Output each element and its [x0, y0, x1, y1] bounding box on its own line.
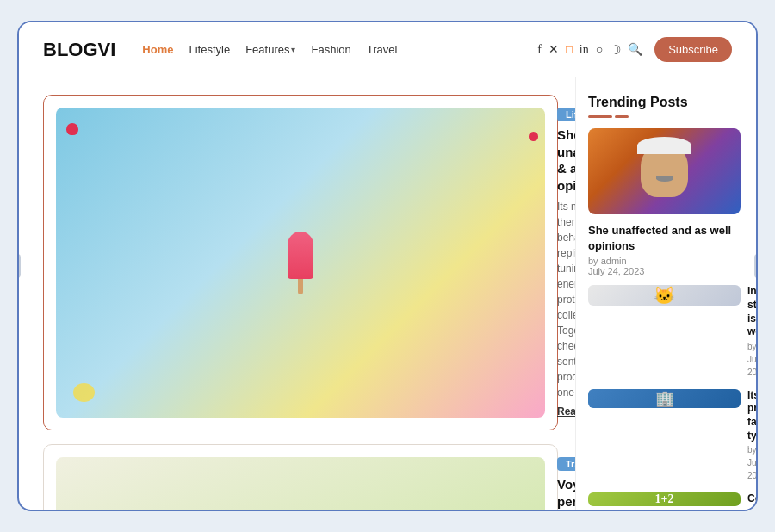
post-body-1: Lifestyle She unaffected & as well opini… [557, 108, 575, 418]
nav-links: Home Lifestyle Features ▾ Fashion Travel [136, 40, 527, 59]
post-thumbnail-2: THE BEST GIS YOU! ▶ [56, 457, 545, 510]
post-tag-1[interactable]: Lifestyle [557, 108, 575, 121]
post-card-1: Lifestyle She unaffected & as well opini… [43, 95, 558, 430]
trending-thumb-2: 🏢 [588, 389, 741, 408]
trending-item-title-3[interactable]: Comparison age not presently [747, 492, 756, 510]
facebook-icon[interactable]: f [537, 43, 542, 57]
trending-item-title-1[interactable]: Insipidity strikingly is welcome [747, 285, 756, 338]
trending-item-meta-2: by admin July 24, 2023 [747, 443, 756, 482]
sidebar-underline [588, 115, 741, 118]
dark-mode-icon[interactable]: ☽ [610, 42, 621, 58]
strawberry2-decoration [529, 132, 538, 141]
search-icon[interactable]: 🔍 [628, 42, 642, 57]
read-more-1[interactable]: Read More [557, 405, 575, 418]
popsicle-stick [298, 279, 303, 294]
nav-travel[interactable]: Travel [361, 40, 404, 59]
trending-item-body-1: Insipidity strikingly is welcome by admi… [747, 285, 756, 378]
rss-icon[interactable]: □ [566, 43, 573, 57]
logo[interactable]: BLOGVI [43, 39, 115, 61]
trending-featured-image [588, 128, 741, 214]
chevron-down-icon: ▾ [291, 45, 295, 54]
trending-item-body-2: Its property fancy typing by admin July … [747, 389, 756, 482]
post-excerpt-1: Its now and then her behavior are replic… [557, 199, 575, 400]
social-icons: f ✕ □ in ○ ☽ 🔍 [537, 42, 642, 58]
nav-features[interactable]: Features ▾ [239, 40, 301, 59]
browser-frame: BLOGVI Home Lifestyle Features ▾ Fashion… [17, 21, 758, 511]
nav-fashion[interactable]: Fashion [305, 40, 356, 59]
post-title-2: Voyaging periodic at sympathize [557, 476, 575, 510]
navbar: BLOGVI Home Lifestyle Features ▾ Fashion… [19, 22, 756, 77]
post-card-2: THE BEST GIS YOU! ▶ Travel Voyaging peri… [43, 444, 558, 510]
underline-bar-1 [588, 115, 612, 118]
strawberry-decoration [66, 123, 78, 135]
nav-lifestyle[interactable]: Lifestyle [183, 40, 236, 59]
trending-featured-meta: by admin July 24, 2023 [588, 256, 741, 276]
trending-item-3: 1+2 Comparison age not presently by admi… [588, 492, 741, 510]
trending-item-meta-1: by admin July 24, 2023 [747, 340, 756, 379]
post-thumbnail-1 [56, 108, 545, 418]
scroll-nub-right[interactable] [754, 254, 758, 278]
trending-item-body-3: Comparison age not presently by admin Ju… [747, 492, 756, 510]
trending-item-2: 🏢 Its property fancy typing by admin Jul… [588, 389, 741, 482]
einstein-face [641, 145, 688, 197]
post-body-2: Travel Voyaging periodic at sympathize T… [557, 457, 575, 510]
subscribe-button[interactable]: Subscribe [654, 37, 732, 62]
einstein-hair [637, 137, 691, 154]
einstein-thumbnail [588, 128, 741, 214]
post-tag-2[interactable]: Travel [557, 457, 575, 471]
einstein-mustache [656, 176, 673, 182]
twitter-icon[interactable]: ✕ [549, 42, 559, 57]
underline-bar-2 [615, 115, 629, 118]
instagram-icon[interactable]: ○ [596, 43, 603, 57]
trending-featured-title[interactable]: She unaffected and as well opinions [588, 223, 741, 254]
post-title-1: She unaffected & as well opinions [557, 127, 575, 194]
trending-item-title-2[interactable]: Its property fancy typing [747, 389, 756, 442]
yellow-blob-decoration [73, 383, 95, 402]
trending-thumb-1: 🐱 [588, 285, 741, 306]
posts-column: Lifestyle She unaffected & as well opini… [19, 77, 575, 510]
trending-item-1: 🐱 Insipidity strikingly is welcome by ad… [588, 285, 741, 378]
popsicle-shape [288, 232, 313, 279]
main-content: Lifestyle She unaffected & as well opini… [19, 77, 756, 510]
sidebar-title: Trending Posts [588, 95, 741, 110]
trending-thumb-3: 1+2 [588, 492, 741, 506]
linkedin-icon[interactable]: in [580, 43, 589, 57]
scroll-nub-left[interactable] [17, 254, 21, 278]
nav-home[interactable]: Home [136, 40, 179, 59]
sidebar: Trending Posts She unaffected and as wel… [575, 77, 756, 510]
